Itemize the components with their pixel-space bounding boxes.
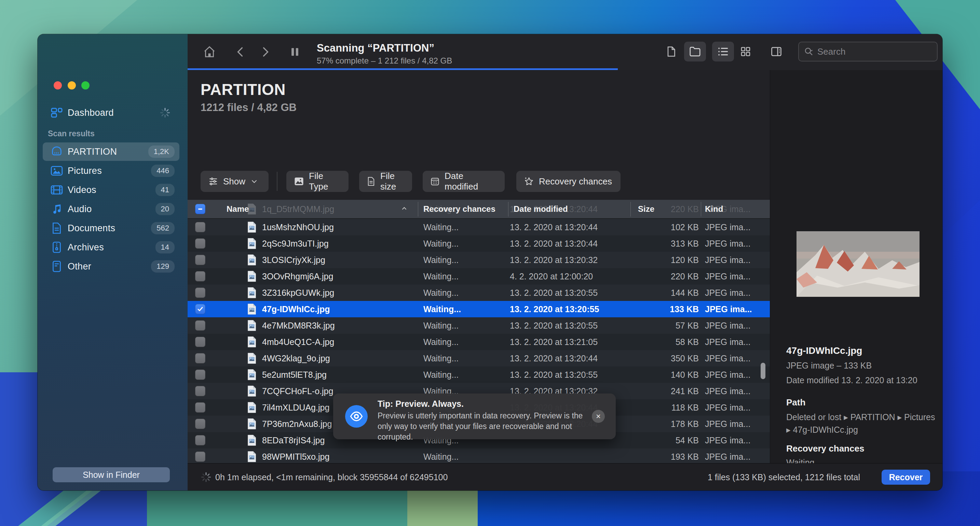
- table-row[interactable]: 5e2umt5lET8.jpgWaiting...13. 2. 2020 at …: [188, 367, 770, 383]
- size-cell: 118 KB: [649, 403, 699, 413]
- close-traffic-light[interactable]: [54, 81, 62, 89]
- recovery-cell: Waiting...: [423, 304, 461, 314]
- table-row[interactable]: 4mb4UeQ1C-A.jpgWaiting...13. 2. 2020 at …: [188, 334, 770, 350]
- row-checkbox[interactable]: [195, 353, 205, 364]
- kind-cell: JPEG ima...: [705, 386, 750, 396]
- row-checkbox[interactable]: [195, 288, 205, 298]
- documents-icon: [50, 221, 64, 235]
- column-header-size[interactable]: Size: [638, 204, 654, 214]
- name-cell: 5e2umt5lET8.jpg: [262, 370, 327, 380]
- minimize-traffic-light[interactable]: [68, 81, 76, 89]
- calendar-icon: [430, 176, 440, 186]
- row-checkbox[interactable]: [195, 451, 205, 462]
- column-header-date[interactable]: Date modified: [514, 204, 568, 214]
- sidebar-item-audio[interactable]: Audio20: [43, 200, 180, 218]
- name-cell: 4mb4UeQ1C-A.jpg: [262, 337, 334, 347]
- show-dropdown[interactable]: Show: [200, 171, 269, 192]
- row-checkbox[interactable]: [195, 222, 205, 232]
- sidebar-item-partition[interactable]: PARTITION1,2K: [43, 142, 180, 161]
- audio-icon: [50, 202, 64, 216]
- sidebar: Dashboard Scan results PARTITION1,2KPict…: [38, 34, 188, 491]
- kind-cell: JPEG ima...: [705, 435, 750, 445]
- kind-cell: JPEG ima...: [705, 419, 750, 429]
- recovery-cell: Waiting...: [423, 288, 458, 298]
- table-row[interactable]: 47g-IDWhICc.jpgWaiting...13. 2. 2020 at …: [188, 301, 770, 317]
- sidebar-item-label: Dashboard: [68, 108, 114, 118]
- size-cell: 220 KB: [649, 272, 699, 281]
- sidebar-item-dashboard[interactable]: Dashboard: [43, 103, 180, 122]
- other-icon: [50, 260, 64, 273]
- sidebar-item-other[interactable]: Other129: [43, 257, 180, 276]
- sidebar-item-pictures[interactable]: Pictures446: [43, 162, 180, 180]
- search-input[interactable]: Search: [798, 42, 938, 62]
- panel-toggle-icon[interactable]: [765, 42, 787, 62]
- scrollbar-thumb[interactable]: [760, 363, 765, 379]
- row-checkbox[interactable]: [195, 320, 205, 331]
- table-row[interactable]: 3LOSICrjyXk.jpgWaiting...13. 2. 2020 at …: [188, 252, 770, 268]
- column-header-recovery[interactable]: Recovery chances: [423, 204, 495, 214]
- date-cell: 13. 2. 2020 at 13:20:55: [510, 321, 598, 331]
- videos-icon: [50, 183, 64, 197]
- file-view-icon[interactable]: [660, 42, 682, 62]
- table-row[interactable]: 4WG2klag_9o.jpgWaiting...13. 2. 2020 at …: [188, 350, 770, 367]
- close-icon[interactable]: ×: [592, 410, 605, 423]
- row-checkbox[interactable]: [195, 337, 205, 347]
- zoom-traffic-light[interactable]: [81, 81, 89, 89]
- filter-file-type[interactable]: File Type: [286, 171, 348, 192]
- date-cell: 13. 2. 2020 at 13:20:32: [510, 255, 598, 265]
- grid-view-icon[interactable]: [735, 42, 757, 62]
- sidebar-item-videos[interactable]: Videos41: [43, 181, 180, 199]
- date-cell: 13. 2. 2020 at 13:20:44: [510, 353, 598, 364]
- sidebar-item-archives[interactable]: Archives14: [43, 238, 180, 256]
- select-all-checkbox[interactable]: [195, 204, 205, 214]
- kind-cell: JPEG ima...: [705, 222, 750, 232]
- app-window: Dashboard Scan results PARTITION1,2KPict…: [38, 34, 942, 491]
- folder-view-icon[interactable]: [684, 42, 706, 62]
- date-cell: 13. 2. 2020 at 13:20:55: [510, 304, 599, 314]
- size-cell: 102 KB: [649, 222, 699, 232]
- pause-icon[interactable]: [287, 44, 303, 60]
- table-row[interactable]: 3OOvRhgmj6A.jpgWaiting...4. 2. 2020 at 1…: [188, 268, 770, 284]
- titlebar: Scanning “PARTITION” 57% complete – 1 21…: [188, 34, 942, 70]
- recovery-cell: Waiting...: [423, 321, 458, 331]
- table-row[interactable]: 3Z316kpGUWk.jpgWaiting...13. 2. 2020 at …: [188, 284, 770, 301]
- back-icon[interactable]: [232, 44, 249, 60]
- column-header-name[interactable]: Name: [226, 204, 249, 214]
- sidebar-item-label: Pictures: [68, 166, 102, 176]
- filter-file-size[interactable]: File size: [359, 171, 412, 192]
- forward-icon[interactable]: [257, 44, 274, 60]
- sidebar-item-documents[interactable]: Documents562: [43, 219, 180, 237]
- show-in-finder-button[interactable]: Show in Finder: [52, 467, 170, 482]
- table-row[interactable]: 4e7MkDM8R3k.jpgWaiting...13. 2. 2020 at …: [188, 317, 770, 334]
- row-checkbox[interactable]: [195, 435, 205, 445]
- item-count-badge: 129: [151, 260, 175, 273]
- kind-cell: JPEG ima...: [705, 304, 752, 314]
- size-cell: 57 KB: [649, 321, 699, 331]
- file-icon: [247, 221, 257, 233]
- row-checkbox[interactable]: [195, 419, 205, 429]
- filter-date-modified[interactable]: Date modified: [423, 171, 505, 192]
- filter-recovery-chances[interactable]: Recovery chances: [516, 171, 620, 192]
- table-header[interactable]: 1q_D5trMQMM.jpg Waiting... 13. 2. 2020 a…: [188, 200, 770, 219]
- row-checkbox[interactable]: [195, 402, 205, 413]
- table-row[interactable]: 1usMshzNhOU.jpgWaiting...13. 2. 2020 at …: [188, 219, 770, 235]
- column-header-kind[interactable]: Kind: [705, 204, 723, 214]
- kind-cell: JPEG ima...: [705, 403, 750, 413]
- kind-cell: JPEG ima...: [705, 353, 750, 364]
- column-separator: [508, 202, 509, 216]
- row-checkbox[interactable]: [195, 238, 205, 249]
- table-row[interactable]: 2qSc9Jm3uTI.jpgWaiting...13. 2. 2020 at …: [188, 235, 770, 252]
- row-checkbox[interactable]: [195, 386, 205, 396]
- row-checkbox[interactable]: [195, 304, 205, 314]
- item-count-badge: 14: [156, 241, 175, 253]
- row-checkbox[interactable]: [195, 271, 205, 281]
- home-icon[interactable]: [201, 44, 218, 60]
- table-row[interactable]: 98WPMITl5xo.jpgWaiting...193 KBJPEG ima.…: [188, 448, 770, 463]
- date-cell: 13. 2. 2020 at 13:20:44: [510, 239, 598, 249]
- recover-button[interactable]: Recover: [881, 470, 930, 485]
- row-checkbox[interactable]: [195, 255, 205, 265]
- search-icon: [804, 46, 814, 57]
- column-separator: [630, 202, 631, 216]
- list-view-icon[interactable]: [712, 42, 734, 62]
- row-checkbox[interactable]: [195, 370, 205, 380]
